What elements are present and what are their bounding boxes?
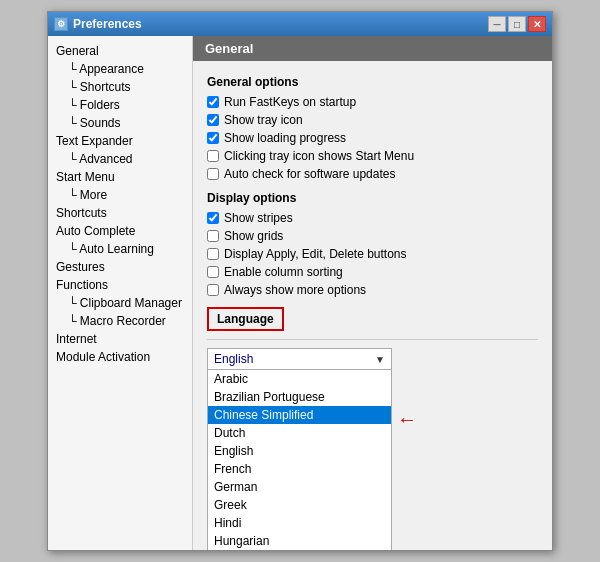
title-bar-buttons: ─ □ ✕ (488, 16, 546, 32)
sidebar-item-internet[interactable]: Internet (48, 330, 192, 348)
checkbox-display-apply,-edit,-delete-buttons[interactable] (207, 248, 219, 260)
main-body: General options Run FastKeys on startupS… (193, 61, 552, 550)
sidebar-item-sounds[interactable]: └ Sounds (48, 114, 192, 132)
checkbox-label: Enable column sorting (224, 265, 343, 279)
dropdown-option-german[interactable]: German (208, 478, 391, 496)
checkbox-label: Run FastKeys on startup (224, 95, 356, 109)
main-header: General (193, 36, 552, 61)
checkbox-item: Always show more options (207, 283, 538, 297)
display-options-title: Display options (207, 191, 538, 205)
main-content: General General options Run FastKeys on … (193, 36, 552, 550)
checkbox-item: Show tray icon (207, 113, 538, 127)
language-dropdown[interactable]: English ▼ ArabicBrazilian PortugueseChin… (207, 348, 392, 370)
dropdown-option-french[interactable]: French (208, 460, 391, 478)
dropdown-arrow-icon: ▼ (375, 354, 385, 365)
language-label: Language (207, 307, 284, 331)
checkbox-show-loading-progress[interactable] (207, 132, 219, 144)
display-section: Display options Show stripesShow gridsDi… (207, 191, 538, 297)
minimize-button[interactable]: ─ (488, 16, 506, 32)
checkbox-label: Show stripes (224, 211, 293, 225)
sidebar-item-clipboard-manager[interactable]: └ Clipboard Manager (48, 294, 192, 312)
dropdown-option-chinese-simplified[interactable]: Chinese Simplified (208, 406, 391, 424)
sidebar-item-general[interactable]: General (48, 42, 192, 60)
checkbox-label: Clicking tray icon shows Start Menu (224, 149, 414, 163)
checkbox-always-show-more-options[interactable] (207, 284, 219, 296)
sidebar: General└ Appearance└ Shortcuts└ Folders└… (48, 36, 193, 550)
checkbox-show-grids[interactable] (207, 230, 219, 242)
lang-divider (207, 339, 538, 340)
checkbox-item: Run FastKeys on startup (207, 95, 538, 109)
display-checkboxes: Show stripesShow gridsDisplay Apply, Edi… (207, 211, 538, 297)
sidebar-item-gestures[interactable]: Gestures (48, 258, 192, 276)
checkbox-enable-column-sorting[interactable] (207, 266, 219, 278)
language-dropdown-wrapper: English ▼ ArabicBrazilian PortugueseChin… (207, 348, 392, 370)
dropdown-option-hungarian[interactable]: Hungarian (208, 532, 391, 550)
title-bar: ⚙ Preferences ─ □ ✕ (48, 12, 552, 36)
dropdown-option-hindi[interactable]: Hindi (208, 514, 391, 532)
sidebar-item-start-menu[interactable]: Start Menu (48, 168, 192, 186)
checkbox-show-stripes[interactable] (207, 212, 219, 224)
sidebar-item-text-expander[interactable]: Text Expander (48, 132, 192, 150)
sidebar-item-module-activation[interactable]: Module Activation (48, 348, 192, 366)
sidebar-item-auto-learning[interactable]: └ Auto Learning (48, 240, 192, 258)
language-section: Language English ▼ ArabicBrazilian Portu… (207, 307, 538, 370)
checkbox-auto-check-for-software-updates[interactable] (207, 168, 219, 180)
maximize-button[interactable]: □ (508, 16, 526, 32)
dropdown-list: ArabicBrazilian PortugueseChinese Simpli… (207, 370, 392, 550)
checkbox-clicking-tray-icon-shows-start-menu[interactable] (207, 150, 219, 162)
dropdown-option-arabic[interactable]: Arabic (208, 370, 391, 388)
checkbox-item: Auto check for software updates (207, 167, 538, 181)
sidebar-item-functions[interactable]: Functions (48, 276, 192, 294)
sidebar-item-more[interactable]: └ More (48, 186, 192, 204)
checkbox-show-tray-icon[interactable] (207, 114, 219, 126)
title-bar-left: ⚙ Preferences (54, 17, 142, 31)
window-icon: ⚙ (54, 17, 68, 31)
checkbox-label: Show loading progress (224, 131, 346, 145)
checkbox-label: Display Apply, Edit, Delete buttons (224, 247, 407, 261)
checkbox-item: Show loading progress (207, 131, 538, 145)
checkbox-label: Auto check for software updates (224, 167, 395, 181)
dropdown-selected-value[interactable]: English ▼ (207, 348, 392, 370)
checkbox-item: Show stripes (207, 211, 538, 225)
sidebar-item-shortcuts[interactable]: Shortcuts (48, 204, 192, 222)
dropdown-option-english[interactable]: English (208, 442, 391, 460)
general-options-title: General options (207, 75, 538, 89)
window-title: Preferences (73, 17, 142, 31)
sidebar-item-advanced[interactable]: └ Advanced (48, 150, 192, 168)
sidebar-item-appearance[interactable]: └ Appearance (48, 60, 192, 78)
checkbox-label: Show grids (224, 229, 283, 243)
selection-arrow-icon: ← (397, 408, 417, 431)
dropdown-option-brazilian-portuguese[interactable]: Brazilian Portuguese (208, 388, 391, 406)
preferences-window: ⚙ Preferences ─ □ ✕ General└ Appearance└… (47, 11, 553, 551)
dropdown-option-greek[interactable]: Greek (208, 496, 391, 514)
checkbox-item: Enable column sorting (207, 265, 538, 279)
general-checkboxes: Run FastKeys on startupShow tray iconSho… (207, 95, 538, 181)
sidebar-item-macro-recorder[interactable]: └ Macro Recorder (48, 312, 192, 330)
checkbox-run-fastkeys-on-startup[interactable] (207, 96, 219, 108)
sidebar-item-shortcuts[interactable]: └ Shortcuts (48, 78, 192, 96)
checkbox-item: Show grids (207, 229, 538, 243)
checkbox-item: Clicking tray icon shows Start Menu (207, 149, 538, 163)
checkbox-label: Show tray icon (224, 113, 303, 127)
window-body: General└ Appearance└ Shortcuts└ Folders└… (48, 36, 552, 550)
close-button[interactable]: ✕ (528, 16, 546, 32)
sidebar-item-folders[interactable]: └ Folders (48, 96, 192, 114)
checkbox-item: Display Apply, Edit, Delete buttons (207, 247, 538, 261)
selected-language-text: English (214, 352, 253, 366)
sidebar-item-auto-complete[interactable]: Auto Complete (48, 222, 192, 240)
checkbox-label: Always show more options (224, 283, 366, 297)
dropdown-option-dutch[interactable]: Dutch (208, 424, 391, 442)
